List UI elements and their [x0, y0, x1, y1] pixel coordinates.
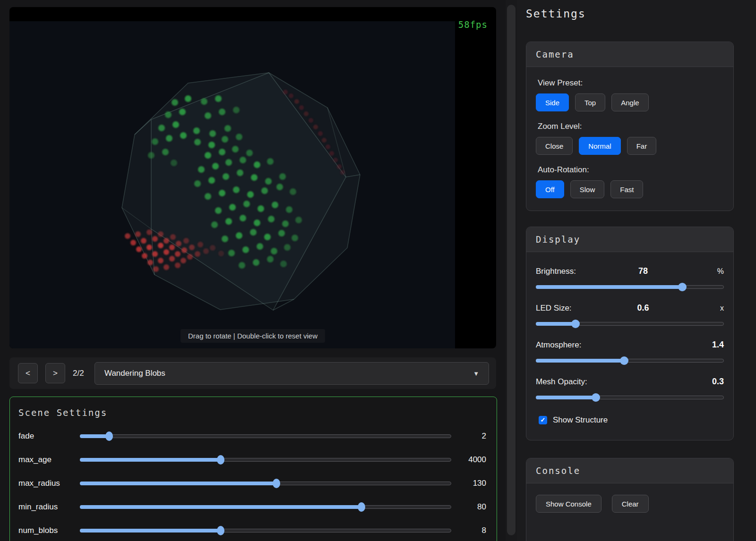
- chevron-down-icon: ▼: [473, 370, 479, 377]
- slider-value: 8: [451, 526, 486, 535]
- slider-thumb[interactable]: [592, 393, 600, 402]
- slider-value: 2: [451, 431, 486, 441]
- slider-value: 4000: [451, 455, 486, 465]
- dodecahedron-render: [9, 21, 455, 348]
- led-size-value: 0.6: [617, 303, 669, 313]
- slider-thumb[interactable]: [571, 320, 580, 328]
- zoom-far-button[interactable]: Far: [627, 137, 657, 155]
- max-radius-slider[interactable]: [80, 479, 451, 488]
- 3d-viewport: 58fps Drag to rotate | Double-click to r…: [9, 7, 496, 348]
- slider-row-max-age: max_age 4000: [18, 455, 486, 465]
- slider-label: max_radius: [18, 479, 80, 488]
- scene-nav-bar: < > 2/2 Wandering Blobs ▼: [9, 357, 496, 389]
- mesh-opacity-value: 0.3: [617, 377, 724, 387]
- slider-label: num_blobs: [18, 526, 80, 535]
- slider-row-max-radius: max_radius 130: [18, 478, 486, 489]
- camera-panel-title: Camera: [526, 42, 733, 67]
- mesh-opacity-label: Mesh Opacity:: [536, 377, 617, 387]
- slider-row-num-blobs: num_blobs 8: [18, 525, 486, 536]
- scene-settings-title: Scene Settings: [18, 407, 486, 418]
- display-panel: Display Brightness: 78 % LED Size: 0.6: [526, 227, 734, 440]
- view-preset-options: Side Top Angle: [536, 93, 724, 111]
- dodecahedron-mesh: [122, 73, 360, 310]
- slider-row-min-radius: min_radius 80: [18, 502, 486, 512]
- atmosphere-value: 1.4: [617, 340, 724, 350]
- display-panel-title: Display: [526, 227, 733, 252]
- mesh-opacity-slider[interactable]: [536, 393, 724, 402]
- led-size-row: LED Size: 0.6 x: [536, 303, 724, 329]
- slider-label: min_radius: [18, 502, 80, 512]
- view-preset-top-button[interactable]: Top: [575, 93, 605, 111]
- slider-value: 80: [451, 502, 486, 512]
- clear-console-button[interactable]: Clear: [612, 495, 649, 513]
- scrollbar-thumb[interactable]: [507, 5, 515, 535]
- scene-settings-panel: Scene Settings fade 2 max_age 4000 max_r…: [9, 397, 497, 541]
- scene-counter: 2/2: [73, 357, 84, 389]
- zoom-level-label: Zoom Level:: [538, 122, 724, 131]
- view-preset-side-button[interactable]: Side: [536, 93, 569, 111]
- mesh-opacity-row: Mesh Opacity: 0.3: [536, 377, 724, 402]
- sidebar-title: Settings: [526, 8, 734, 20]
- slider-label: max_age: [18, 455, 80, 465]
- view-preset-angle-button[interactable]: Angle: [611, 93, 648, 111]
- slider-fill: [536, 285, 682, 289]
- slider-thumb[interactable]: [678, 283, 687, 291]
- show-structure-label: Show Structure: [553, 415, 608, 425]
- auto-rotation-options: Off Slow Fast: [536, 180, 724, 198]
- brightness-value: 78: [617, 266, 669, 276]
- brightness-slider[interactable]: [536, 282, 724, 292]
- brightness-label: Brightness:: [536, 267, 617, 276]
- slider-fill: [80, 529, 221, 533]
- main-scrollbar: [506, 0, 517, 541]
- show-structure-checkbox-row[interactable]: ✓ Show Structure: [539, 415, 724, 425]
- prev-scene-button[interactable]: <: [18, 363, 38, 383]
- next-scene-button[interactable]: >: [45, 363, 65, 383]
- scene-dropdown[interactable]: Wandering Blobs ▼: [94, 362, 489, 385]
- brightness-row: Brightness: 78 %: [536, 266, 724, 292]
- rotation-fast-button[interactable]: Fast: [610, 180, 643, 198]
- brightness-unit: %: [669, 267, 724, 276]
- atmosphere-label: Atmosphere:: [536, 340, 617, 350]
- zoom-normal-button[interactable]: Normal: [579, 137, 620, 155]
- num-blobs-slider[interactable]: [80, 526, 451, 535]
- slider-thumb[interactable]: [620, 356, 628, 365]
- slider-thumb[interactable]: [217, 455, 224, 465]
- rotate-hint: Drag to rotate | Double-click to reset v…: [180, 329, 325, 343]
- slider-thumb[interactable]: [217, 526, 224, 535]
- slider-value: 130: [451, 479, 486, 488]
- fade-slider[interactable]: [80, 431, 451, 441]
- console-panel: Console Show Console Clear: [526, 458, 734, 541]
- slider-fill: [80, 458, 221, 462]
- slider-label: fade: [18, 431, 80, 441]
- led-size-unit: x: [669, 304, 724, 313]
- scene-dropdown-value: Wandering Blobs: [104, 369, 165, 378]
- fps-counter: 58fps: [458, 19, 488, 30]
- show-console-button[interactable]: Show Console: [536, 495, 601, 513]
- rotation-slow-button[interactable]: Slow: [570, 180, 605, 198]
- settings-sidebar: Settings Camera View Preset: Side Top An…: [517, 0, 756, 541]
- slider-fill: [536, 396, 596, 399]
- slider-fill: [536, 359, 624, 363]
- slider-thumb[interactable]: [358, 502, 365, 512]
- min-radius-slider[interactable]: [80, 502, 451, 512]
- rotation-off-button[interactable]: Off: [536, 180, 564, 198]
- atmosphere-slider[interactable]: [536, 356, 724, 365]
- show-structure-checkbox[interactable]: ✓: [539, 416, 547, 424]
- camera-panel: Camera View Preset: Side Top Angle Zoom …: [526, 42, 734, 211]
- slider-track[interactable]: [80, 434, 451, 438]
- console-panel-title: Console: [526, 458, 733, 483]
- slider-fill: [80, 482, 277, 485]
- atmosphere-row: Atmosphere: 1.4: [536, 340, 724, 365]
- led-size-slider[interactable]: [536, 319, 724, 329]
- slider-fill: [536, 322, 576, 326]
- view-preset-label: View Preset:: [538, 78, 724, 88]
- webgl-canvas[interactable]: [9, 21, 455, 348]
- slider-thumb[interactable]: [273, 479, 280, 488]
- zoom-close-button[interactable]: Close: [536, 137, 573, 155]
- zoom-level-options: Close Normal Far: [536, 137, 724, 155]
- led-size-label: LED Size:: [536, 304, 617, 313]
- auto-rotation-label: Auto-Rotation:: [538, 165, 724, 175]
- slider-row-fade: fade 2: [18, 431, 486, 441]
- max-age-slider[interactable]: [80, 455, 451, 465]
- slider-thumb[interactable]: [105, 431, 113, 441]
